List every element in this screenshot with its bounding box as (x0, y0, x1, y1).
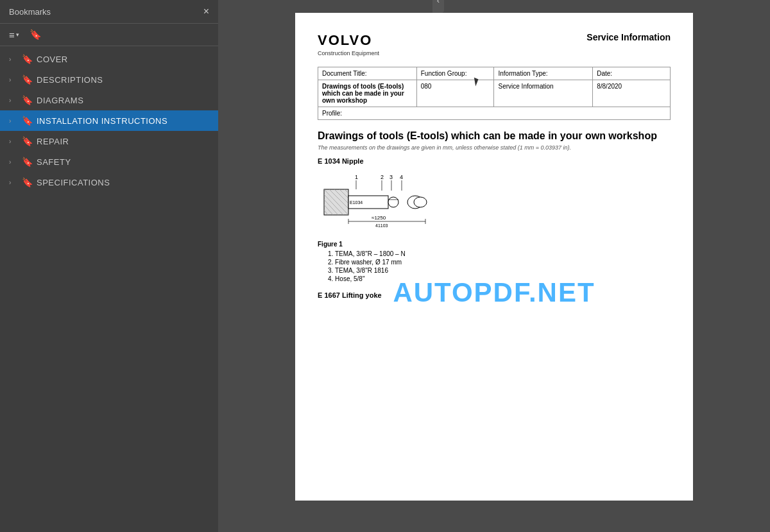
svg-text:3: 3 (389, 174, 393, 180)
date-value: 8/8/2020 (597, 83, 622, 90)
volvo-logo: VOLVO (318, 32, 379, 49)
close-button[interactable]: × (203, 6, 209, 17)
chevron-icon: › (9, 97, 18, 104)
main-content-area: VOLVO Construction Equipment Service Inf… (218, 0, 770, 532)
table-row-values: Drawings of tools (E-tools) which can be… (318, 80, 671, 107)
doc-main-title: Drawings of tools (E-tools) which can be… (318, 130, 671, 142)
sidebar-item-safety[interactable]: › 🔖 SAFETY (0, 151, 218, 172)
list-item: 4. Hose, 5/8" (328, 275, 671, 282)
list-item: 2. Fibre washer, Ø 17 mm (328, 259, 671, 266)
date-label-cell: Date: (593, 67, 671, 80)
function-group-label: Function Group: (421, 70, 467, 77)
chevron-left-icon: ‹ (437, 0, 440, 5)
dropdown-arrow-icon: ▾ (16, 31, 19, 38)
profile-cell: Profile: (318, 107, 671, 120)
sidebar-item-specifications[interactable]: › 🔖 SPECIFICATIONS (0, 172, 218, 193)
bookmark-icon-safety: 🔖 (22, 157, 33, 167)
figure1-label: Figure 1 (318, 241, 671, 248)
list-view-button[interactable]: ≡ ▾ (6, 28, 22, 42)
sidebar-item-label-installation: INSTALLATION INSTRUCTIONS (37, 116, 212, 126)
function-group-value-cell: 080 (416, 80, 494, 107)
sidebar-item-installation[interactable]: › 🔖 INSTALLATION INSTRUCTIONS (0, 110, 218, 131)
section2-title: E 1667 Lifting yoke (318, 291, 671, 299)
list-icon: ≡ (9, 30, 15, 40)
info-type-label: Information Type: (498, 70, 547, 77)
svg-text:2: 2 (381, 174, 384, 180)
svg-point-20 (388, 197, 398, 207)
bookmark-icon-repair: 🔖 (22, 136, 33, 146)
svg-text:E1034: E1034 (350, 200, 363, 205)
bookmark-icon-installation: 🔖 (22, 116, 33, 126)
sidebar-item-label-repair: REPAIR (37, 137, 212, 146)
info-type-value: Service Information (498, 83, 553, 90)
chevron-icon: › (9, 56, 18, 63)
info-type-value-cell: Service Information (494, 80, 593, 107)
collapse-sidebar-button[interactable]: ‹ (432, 0, 444, 13)
bookmark-icon-specifications: 🔖 (22, 177, 33, 187)
sidebar-header: Bookmarks × (0, 0, 218, 24)
svg-text:41103: 41103 (375, 223, 388, 228)
table-row-profile: Profile: (318, 107, 671, 120)
sidebar-item-label-specifications: SPECIFICATIONS (37, 178, 212, 187)
function-group-value: 080 (421, 83, 432, 90)
service-info-title: Service Information (586, 32, 671, 42)
info-table: Document Title: Function Group: Informat… (318, 67, 671, 120)
table-row-labels: Document Title: Function Group: Informat… (318, 67, 671, 80)
svg-text:1: 1 (355, 174, 358, 180)
chevron-icon: › (9, 159, 18, 166)
brand-subtitle: Construction Equipment (318, 50, 379, 56)
pdf-page: VOLVO Construction Equipment Service Inf… (295, 13, 693, 501)
e1034-diagram-svg: 1 2 3 4 (318, 171, 459, 236)
sidebar-toolbar: ≡ ▾ 🔖 (0, 24, 218, 46)
chevron-icon: › (9, 76, 18, 83)
sidebar-item-cover[interactable]: › 🔖 COVER (0, 49, 218, 69)
figure1-list: 1. TEMA, 3/8"R – 1800 – N 2. Fibre washe… (328, 250, 671, 282)
sidebar-title: Bookmarks (9, 7, 51, 17)
chevron-icon: › (9, 117, 18, 124)
sidebar-item-label-descriptions: DESCRIPTIONS (37, 75, 212, 85)
page-header: VOLVO Construction Equipment Service Inf… (318, 32, 671, 56)
diagram-e1034: 1 2 3 4 (318, 171, 671, 236)
bookmark-icon-descriptions: 🔖 (22, 74, 33, 85)
doc-title-label-cell: Document Title: (318, 67, 417, 80)
sidebar-item-label-diagrams: DIAGRAMS (37, 96, 212, 105)
bookmark-list: › 🔖 COVER › 🔖 DESCRIPTIONS › 🔖 DIAGRAMS … (0, 46, 218, 532)
date-value-cell: 8/8/2020 (593, 80, 671, 107)
doc-subtitle: The measurements on the drawings are giv… (318, 144, 671, 151)
sidebar: Bookmarks × ≡ ▾ 🔖 › 🔖 COVER › 🔖 DESCRIPT… (0, 0, 218, 532)
chevron-icon: › (9, 138, 18, 145)
doc-title-label: Document Title: (322, 70, 366, 77)
bookmark-icon-cover: 🔖 (22, 54, 33, 64)
bookmark-view-button[interactable]: 🔖 (27, 28, 44, 42)
sidebar-item-descriptions[interactable]: › 🔖 DESCRIPTIONS (0, 69, 218, 90)
svg-point-23 (414, 197, 427, 207)
chevron-icon: › (9, 179, 18, 186)
svg-text:≈1250: ≈1250 (372, 215, 386, 221)
sidebar-item-diagrams[interactable]: › 🔖 DIAGRAMS (0, 90, 218, 110)
list-item: 3. TEMA, 3/8"R 1816 (328, 267, 671, 274)
bookmark-icon: 🔖 (30, 29, 42, 40)
info-type-label-cell: Information Type: (494, 67, 593, 80)
sidebar-item-repair[interactable]: › 🔖 REPAIR (0, 131, 218, 151)
section1-title: E 1034 Nipple (318, 157, 671, 165)
doc-title-value-cell: Drawings of tools (E-tools) which can be… (318, 80, 417, 107)
sidebar-item-label-safety: SAFETY (37, 157, 212, 167)
doc-title-value: Drawings of tools (E-tools) which can be… (322, 83, 404, 104)
bookmark-icon-diagrams: 🔖 (22, 95, 33, 105)
date-label: Date: (597, 70, 612, 77)
profile-label: Profile: (322, 110, 342, 117)
function-group-label-cell: Function Group: (416, 67, 494, 80)
sidebar-item-label-cover: COVER (37, 55, 212, 64)
list-item: 1. TEMA, 3/8"R – 1800 – N (328, 250, 671, 257)
svg-text:4: 4 (400, 174, 403, 180)
brand-block: VOLVO Construction Equipment (318, 32, 379, 56)
